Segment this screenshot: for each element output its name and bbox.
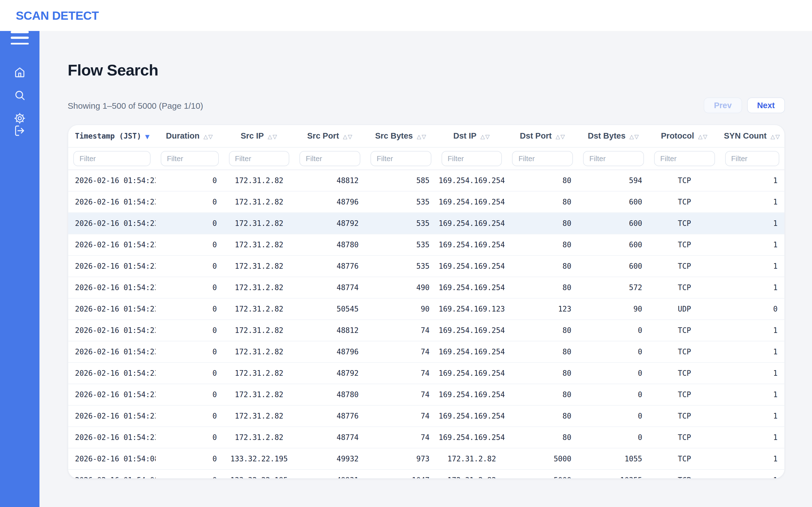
table-row[interactable]: 2026-02-16 01:54:230172.31.2.82487965351…: [68, 191, 784, 212]
sidebar-item-logout[interactable]: [13, 124, 26, 137]
column-header-duration[interactable]: Duration△▽: [156, 125, 223, 147]
cell-dst_bytes: 0: [578, 362, 649, 384]
cell-protocol: TCP: [649, 405, 720, 427]
column-header-src_ip[interactable]: Src IP△▽: [223, 125, 294, 147]
cell-dst_port: 123: [507, 298, 578, 320]
filter-input-duration[interactable]: [161, 151, 218, 166]
cell-dst_bytes: 600: [578, 212, 649, 234]
cell-protocol: TCP: [649, 362, 720, 384]
cell-dst_port: 80: [507, 405, 578, 427]
flow-table-card: Timestamp (JST)▼Duration△▽Src IP△▽Src Po…: [68, 124, 785, 479]
column-header-dst_bytes[interactable]: Dst Bytes△▽: [578, 125, 649, 147]
table-row[interactable]: 2026-02-16 01:54:230172.31.2.82487967416…: [68, 341, 784, 362]
cell-syn_count: 1: [720, 170, 784, 191]
cell-duration: 0: [156, 362, 223, 384]
table-row[interactable]: 2026-02-16 01:54:230172.31.2.82487767416…: [68, 405, 784, 427]
cell-dst_port: 80: [507, 191, 578, 212]
column-header-syn_count[interactable]: SYN Count△▽: [720, 125, 784, 147]
sidebar-item-settings[interactable]: [13, 112, 26, 124]
filter-input-dst_port[interactable]: [512, 151, 573, 166]
filter-input-dst_ip[interactable]: [441, 151, 502, 166]
table-row[interactable]: 2026-02-16 01:54:230172.31.2.82505459016…: [68, 298, 784, 320]
table-filter-row: [68, 147, 784, 170]
cell-duration: 0: [156, 277, 223, 298]
cell-dst_port: 80: [507, 234, 578, 255]
cell-duration: 0: [156, 341, 223, 362]
table-row[interactable]: 2026-02-16 01:54:230172.31.2.82487925351…: [68, 212, 784, 234]
cell-syn_count: 1: [720, 191, 784, 212]
screen: SCAN DETECT: [0, 0, 812, 507]
next-button[interactable]: Next: [747, 98, 785, 113]
cell-syn_count: 1: [720, 255, 784, 277]
cell-src_port: 50545: [295, 298, 365, 320]
cell-dst_ip: 169.254.169.254: [436, 255, 507, 277]
column-header-src_port[interactable]: Src Port△▽: [295, 125, 365, 147]
cell-src_ip: 172.31.2.82: [223, 384, 294, 405]
sort-toggle-icon: △▽: [343, 134, 353, 140]
cell-dst_port: 80: [507, 341, 578, 362]
column-header-protocol[interactable]: Protocol△▽: [649, 125, 720, 147]
table-row[interactable]: 2026-02-16 01:54:080133.32.22.1954993110…: [68, 469, 784, 479]
cell-src_ip: 172.31.2.82: [223, 427, 294, 448]
cell-syn_count: 1: [720, 212, 784, 234]
prev-button[interactable]: Prev: [704, 98, 742, 113]
filter-input-src_port[interactable]: [300, 151, 360, 166]
column-header-dst_port[interactable]: Dst Port△▽: [507, 125, 578, 147]
cell-syn_count: 1: [720, 427, 784, 448]
cell-syn_count: 0: [720, 298, 784, 320]
cell-dst_bytes: 572: [578, 277, 649, 298]
cell-dst_ip: 169.254.169.254: [436, 341, 507, 362]
column-header-src_bytes[interactable]: Src Bytes△▽: [365, 125, 436, 147]
sidebar-item-home[interactable]: [13, 66, 26, 78]
column-header-dst_ip[interactable]: Dst IP△▽: [436, 125, 507, 147]
filter-cell: [68, 147, 156, 170]
cell-src_bytes: 535: [365, 234, 436, 255]
cell-src_ip: 172.31.2.82: [223, 234, 294, 255]
table-row[interactable]: 2026-02-16 01:54:080133.32.22.1954993297…: [68, 448, 784, 469]
filter-input-timestamp[interactable]: [73, 151, 151, 166]
sidebar-item-search[interactable]: [13, 89, 26, 101]
cell-syn_count: 1: [720, 448, 784, 469]
table-row[interactable]: 2026-02-16 01:54:230172.31.2.82488125851…: [68, 170, 784, 191]
cell-dst_port: 80: [507, 384, 578, 405]
cell-protocol: TCP: [649, 341, 720, 362]
cell-src_bytes: 535: [365, 212, 436, 234]
menu-button[interactable]: [11, 31, 29, 45]
cell-src_ip: 172.31.2.82: [223, 298, 294, 320]
cell-src_port: 48776: [295, 405, 365, 427]
cell-protocol: TCP: [649, 384, 720, 405]
filter-input-src_bytes[interactable]: [370, 151, 431, 166]
cell-dst_bytes: 0: [578, 320, 649, 341]
cell-timestamp: 2026-02-16 01:54:23: [68, 277, 156, 298]
table-row[interactable]: 2026-02-16 01:54:230172.31.2.82487747416…: [68, 427, 784, 448]
cell-duration: 0: [156, 320, 223, 341]
sort-toggle-icon: △▽: [417, 134, 426, 140]
table-row[interactable]: 2026-02-16 01:54:230172.31.2.82487765351…: [68, 255, 784, 277]
cell-src_bytes: 1047: [365, 469, 436, 479]
cell-src_bytes: 74: [365, 427, 436, 448]
cell-dst_port: 5000: [507, 448, 578, 469]
filter-input-syn_count[interactable]: [725, 151, 779, 166]
column-header-timestamp[interactable]: Timestamp (JST)▼: [68, 125, 156, 147]
cell-dst_bytes: 594: [578, 170, 649, 191]
table-row[interactable]: 2026-02-16 01:54:230172.31.2.82488127416…: [68, 320, 784, 341]
cell-protocol: TCP: [649, 277, 720, 298]
filter-cell: [507, 147, 578, 170]
table-row[interactable]: 2026-02-16 01:54:230172.31.2.82487807416…: [68, 384, 784, 405]
cell-src_port: 48796: [295, 341, 365, 362]
cell-timestamp: 2026-02-16 01:54:23: [68, 255, 156, 277]
cell-syn_count: 1: [720, 341, 784, 362]
cell-duration: 0: [156, 191, 223, 212]
brand-logo: SCAN DETECT: [16, 9, 99, 22]
cell-timestamp: 2026-02-16 01:54:23: [68, 212, 156, 234]
filter-input-src_ip[interactable]: [229, 151, 289, 166]
table-row[interactable]: 2026-02-16 01:54:230172.31.2.82487744901…: [68, 277, 784, 298]
filter-input-dst_bytes[interactable]: [583, 151, 644, 166]
filter-input-protocol[interactable]: [654, 151, 715, 166]
table-row[interactable]: 2026-02-16 01:54:230172.31.2.82487927416…: [68, 362, 784, 384]
table-row[interactable]: 2026-02-16 01:54:230172.31.2.82487805351…: [68, 234, 784, 255]
sidebar-nav: [13, 66, 26, 124]
cell-src_ip: 172.31.2.82: [223, 277, 294, 298]
app-window: SCAN DETECT: [0, 0, 812, 507]
column-label: Dst Bytes: [588, 131, 626, 140]
